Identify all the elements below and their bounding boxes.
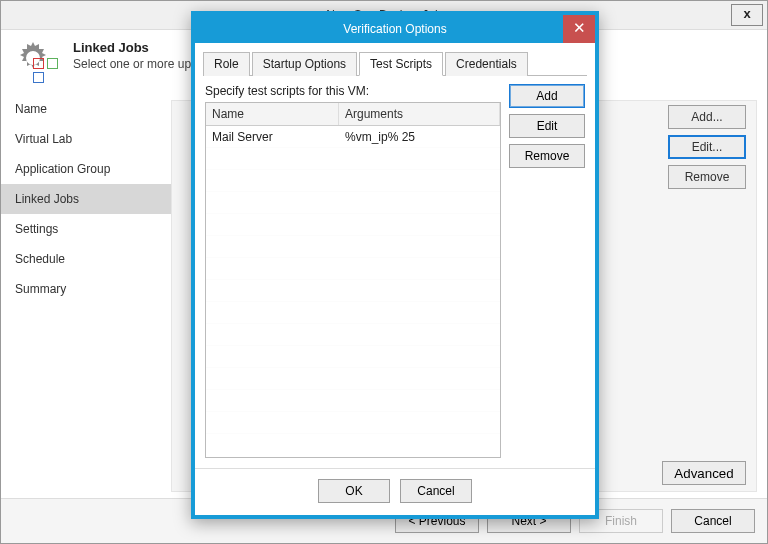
table-row[interactable]: Mail Server%vm_ip% 25 <box>206 126 500 148</box>
parent-close-button[interactable]: x <box>731 4 763 26</box>
wizard-step-settings[interactable]: Settings <box>1 214 171 244</box>
linked-jobs-icon <box>33 58 59 84</box>
row-arguments: %vm_ip% 25 <box>339 126 500 148</box>
advanced-button[interactable]: Advanced <box>662 461 746 485</box>
scripts-grid[interactable]: Name Arguments Mail Server%vm_ip% 25 <box>205 102 501 458</box>
dialog-edit-button[interactable]: Edit <box>509 114 585 138</box>
row-name: Mail Server <box>206 126 339 148</box>
wizard-step-summary[interactable]: Summary <box>1 274 171 304</box>
wizard-step-application-group[interactable]: Application Group <box>1 154 171 184</box>
dialog-remove-button[interactable]: Remove <box>509 144 585 168</box>
wizard-icon <box>15 40 61 86</box>
wizard-step-schedule[interactable]: Schedule <box>1 244 171 274</box>
grid-header-arguments[interactable]: Arguments <box>339 103 500 125</box>
dialog-close-button[interactable]: ✕ <box>563 15 595 43</box>
dialog-title: Verification Options <box>343 22 446 36</box>
new-surebackup-job-window: New SureBackup Job x Linked Jobs Select … <box>0 0 768 544</box>
tab-startup-options[interactable]: Startup Options <box>252 52 357 76</box>
tab-role[interactable]: Role <box>203 52 250 76</box>
wizard-step-list: NameVirtual LabApplication GroupLinked J… <box>1 94 171 492</box>
tab-test-scripts[interactable]: Test Scripts <box>359 52 443 76</box>
remove-button[interactable]: Remove <box>668 165 746 189</box>
linked-jobs-button-column: Add... Edit... Remove <box>668 105 746 189</box>
wizard-step-linked-jobs[interactable]: Linked Jobs <box>1 184 171 214</box>
add-button[interactable]: Add... <box>668 105 746 129</box>
dialog-tabstrip: RoleStartup OptionsTest ScriptsCredentia… <box>203 51 587 76</box>
dialog-body: Specify test scripts for this VM: Name A… <box>195 76 595 468</box>
edit-button[interactable]: Edit... <box>668 135 746 159</box>
dialog-side-buttons: Add Edit Remove <box>509 84 585 458</box>
grid-rows: Mail Server%vm_ip% 25 <box>206 126 500 454</box>
dialog-add-button[interactable]: Add <box>509 84 585 108</box>
tab-credentials[interactable]: Credentials <box>445 52 528 76</box>
wizard-step-name[interactable]: Name <box>1 94 171 124</box>
wizard-step-virtual-lab[interactable]: Virtual Lab <box>1 124 171 154</box>
dialog-ok-button[interactable]: OK <box>318 479 390 503</box>
dialog-footer: OK Cancel <box>195 468 595 513</box>
cancel-button[interactable]: Cancel <box>671 509 755 533</box>
dialog-titlebar: Verification Options ✕ <box>195 15 595 43</box>
specify-scripts-label: Specify test scripts for this VM: <box>205 84 501 98</box>
grid-header: Name Arguments <box>206 103 500 126</box>
dialog-cancel-button[interactable]: Cancel <box>400 479 472 503</box>
verification-options-dialog: Verification Options ✕ RoleStartup Optio… <box>191 11 599 519</box>
grid-header-name[interactable]: Name <box>206 103 339 125</box>
